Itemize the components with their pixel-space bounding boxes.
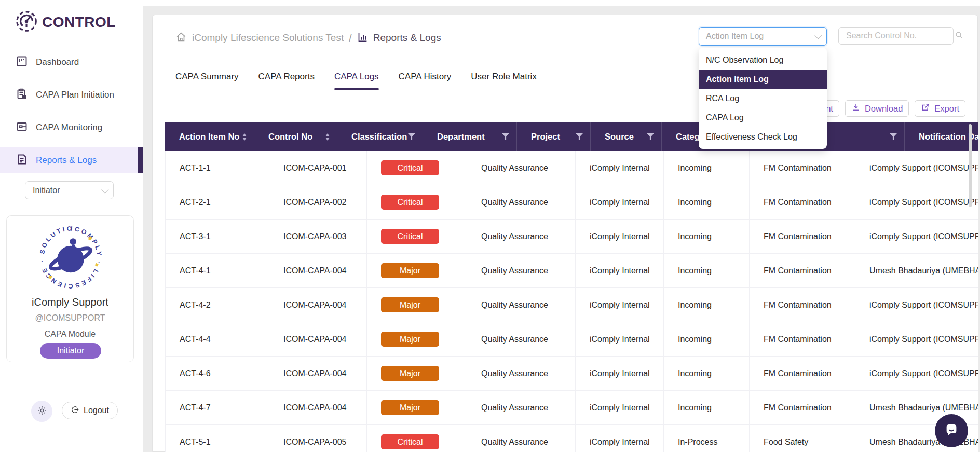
cell-project: iComply Internal	[576, 425, 664, 452]
log-type-dropdown: N/C Observation LogAction Item LogRCA Lo…	[699, 48, 827, 149]
breadcrumb-root[interactable]: iComply Lifescience Solutions Test	[192, 32, 344, 44]
control-gauge-icon	[15, 9, 38, 35]
cell-action-item-no: ACT-4-1	[165, 254, 269, 288]
cell-action-item-no: ACT-4-4	[165, 322, 269, 357]
column-header[interactable]: Project	[517, 122, 591, 151]
cell-source: Incoming	[664, 357, 750, 391]
cell-classification: Critical	[367, 220, 467, 254]
tab-user-role-matrix[interactable]: User Role Matrix	[471, 65, 537, 90]
classification-badge: Major	[381, 400, 439, 415]
table-row[interactable]: ACT-4-6ICOM-CAPA-004MajorQuality Assuran…	[165, 357, 978, 391]
cell-project: iComply Internal	[576, 220, 664, 254]
download-button[interactable]: Download	[845, 100, 909, 117]
cell-category: FM Contamination	[750, 322, 855, 357]
table-row[interactable]: ACT-2-1ICOM-CAPA-002CriticalQuality Assu…	[165, 185, 978, 220]
search-input[interactable]	[845, 31, 955, 41]
clipboard-icon	[16, 88, 28, 102]
home-icon[interactable]	[175, 31, 187, 45]
classification-badge: Major	[381, 332, 439, 347]
export-button[interactable]: Export	[915, 100, 965, 117]
classification-badge: Major	[381, 263, 439, 278]
classification-badge: Critical	[381, 195, 439, 210]
dropdown-option[interactable]: Action Item Log	[699, 70, 827, 89]
search-icon[interactable]	[955, 31, 963, 42]
user-card: ICOMPLY · LIFESCIENCE · SOLUTIONS iCompl…	[6, 215, 134, 362]
cell-classification: Major	[367, 254, 467, 288]
column-header[interactable]: Classification	[337, 122, 423, 151]
cell-source: Incoming	[664, 288, 750, 322]
breadcrumb: iComply Lifescience Solutions Test / Rep…	[175, 29, 441, 47]
cell-source: Incoming	[664, 254, 750, 288]
log-type-select[interactable]: Action Item Log	[699, 27, 827, 46]
cell-category: Food Safety	[750, 425, 855, 452]
cell-classification: Critical	[367, 151, 467, 185]
cell-action-item-no: ACT-3-1	[165, 220, 269, 254]
initiator-role-select[interactable]: Initiator	[25, 181, 114, 199]
cell-department: Quality Assurance	[467, 322, 576, 357]
column-header[interactable]: Source	[591, 122, 662, 151]
table-row[interactable]: ACT-5-1ICOM-CAPA-005CriticalQuality Assu…	[165, 425, 978, 452]
sidebar-item-reports-logs[interactable]: Reports & Logs	[0, 147, 143, 173]
logout-label: Logout	[84, 406, 109, 415]
filter-icon[interactable]	[502, 133, 509, 140]
tab-capa-logs[interactable]: CAPA Logs	[334, 65, 379, 90]
sidebar-item-dashboard[interactable]: Dashboard	[0, 49, 143, 75]
main-content-card: iComply Lifescience Solutions Test / Rep…	[152, 15, 978, 452]
top-band	[0, 0, 980, 6]
cell-project: iComply Internal	[576, 185, 664, 220]
sidebar-item-capa-monitoring[interactable]: CAPA Monitoring	[0, 115, 143, 141]
classification-badge: Critical	[381, 160, 439, 175]
tab-capa-reports[interactable]: CAPA Reports	[258, 65, 315, 90]
theme-toggle-button[interactable]	[31, 401, 52, 422]
sun-icon	[37, 405, 47, 418]
table-row[interactable]: ACT-4-1ICOM-CAPA-004MajorQuality Assuran…	[165, 254, 978, 288]
dropdown-option[interactable]: CAPA Log	[699, 108, 827, 127]
vertical-scrollbar[interactable]	[969, 124, 972, 207]
table-header-row: Action Item NoControl NoClassificationDe…	[165, 122, 978, 151]
cell-department: Quality Assurance	[467, 151, 576, 185]
classification-badge: Major	[381, 297, 439, 312]
cell-project: iComply Internal	[576, 391, 664, 425]
table-row[interactable]: ACT-4-4ICOM-CAPA-004MajorQuality Assuran…	[165, 322, 978, 357]
column-header[interactable]: Action Item No	[165, 122, 254, 151]
company-stamp-logo: ICOMPLY · LIFESCIENCE · SOLUTIONS	[34, 221, 107, 296]
logout-button[interactable]: Logout	[62, 402, 118, 419]
logo-text: CONTROL	[42, 14, 116, 31]
chat-icon	[944, 422, 959, 440]
table-row[interactable]: ACT-1-1ICOM-CAPA-001CriticalQuality Assu…	[165, 151, 978, 185]
filter-icon[interactable]	[890, 133, 897, 140]
cell-category: FM Contamination	[750, 220, 855, 254]
cell-department: Quality Assurance	[467, 185, 576, 220]
chat-button[interactable]	[935, 414, 968, 447]
tab-capa-history[interactable]: CAPA History	[399, 65, 452, 90]
cell-initiated-by: iComply Support (ICOMSUPPORT)	[855, 357, 978, 391]
role-select-value: Initiator	[33, 186, 60, 195]
filter-icon[interactable]	[576, 133, 583, 140]
dropdown-option[interactable]: Effectiveness Check Log	[699, 127, 827, 146]
sidebar-nav: Dashboard CAPA Plan Initiation CAPA Moni…	[0, 49, 143, 180]
user-name: iComply Support	[7, 296, 133, 308]
classification-badge: Major	[381, 366, 439, 381]
filter-icon[interactable]	[647, 133, 654, 140]
tab-capa-summary[interactable]: CAPA Summary	[175, 65, 239, 90]
column-header[interactable]: Control No	[254, 122, 337, 151]
cell-project: iComply Internal	[576, 288, 664, 322]
dropdown-option[interactable]: RCA Log	[699, 89, 827, 108]
sort-icon[interactable]	[242, 133, 247, 141]
sort-icon[interactable]	[325, 133, 330, 141]
column-header[interactable]: Department	[423, 122, 517, 151]
cell-source: Incoming	[664, 220, 750, 254]
table-row[interactable]: ACT-4-7ICOM-CAPA-004MajorQuality Assuran…	[165, 391, 978, 425]
cell-control-no: ICOM-CAPA-004	[269, 288, 367, 322]
cell-project: iComply Internal	[576, 322, 664, 357]
table-row[interactable]: ACT-4-2ICOM-CAPA-004MajorQuality Assuran…	[165, 288, 978, 322]
export-label: Export	[934, 104, 959, 114]
filter-icon[interactable]	[408, 133, 415, 140]
classification-badge: Critical	[381, 434, 439, 449]
cell-control-no: ICOM-CAPA-003	[269, 220, 367, 254]
sidebar-item-capa-plan-initiation[interactable]: CAPA Plan Initiation	[0, 82, 143, 108]
bar-chart-icon	[357, 32, 368, 45]
column-header[interactable]: Notification Date	[905, 122, 978, 151]
table-row[interactable]: ACT-3-1ICOM-CAPA-003CriticalQuality Assu…	[165, 220, 978, 254]
dropdown-option[interactable]: N/C Observation Log	[699, 50, 827, 70]
